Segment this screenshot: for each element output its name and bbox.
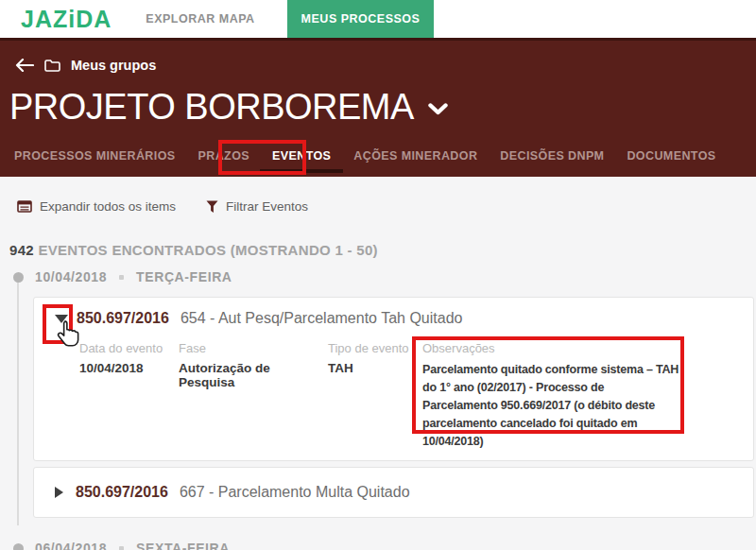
expand-all-button[interactable]: Expandir todos os items bbox=[17, 199, 176, 214]
field-value: Autorização de Pesquisa bbox=[179, 361, 328, 389]
group-weekday: SEXTA-FEIRA bbox=[136, 541, 230, 550]
field-label: Observações bbox=[422, 341, 687, 356]
nav-explorar-mapa[interactable]: EXPLORAR MAPA bbox=[146, 12, 254, 26]
field-value: Parcelamento quitado conforme sistema – … bbox=[422, 361, 679, 451]
tab-decisoes-dnpm[interactable]: DECISÕES DNPM bbox=[500, 149, 604, 163]
date-separator-dot bbox=[119, 546, 124, 550]
field-value: TAH bbox=[328, 361, 422, 375]
field-tipo-de-evento: Tipo de evento TAH bbox=[328, 341, 422, 451]
results-count: 942 EVENTOS ENCONTRADOS (MOSTRANDO 1 - 5… bbox=[9, 242, 756, 258]
folder-icon bbox=[44, 60, 60, 72]
field-label: Tipo de evento bbox=[328, 341, 422, 356]
process-number[interactable]: 850.697/2016 bbox=[77, 310, 169, 327]
nav-meus-processos[interactable]: MEUS PROCESSOS bbox=[287, 0, 435, 38]
field-observacoes: Observações Parcelamento quitado conform… bbox=[422, 341, 687, 451]
filter-funnel-icon bbox=[206, 200, 218, 214]
expand-triangle-icon[interactable] bbox=[55, 487, 63, 498]
event-card-expanded: 850.697/2016 654 - Aut Pesq/Parcelamento… bbox=[33, 297, 754, 461]
timeline-dot bbox=[13, 272, 24, 283]
process-number[interactable]: 850.697/2016 bbox=[76, 484, 168, 501]
expand-all-icon bbox=[17, 200, 32, 213]
expand-all-label: Expandir todos os items bbox=[40, 199, 176, 214]
page-title: PROJETO BORBOREMA bbox=[9, 87, 414, 127]
field-data-do-evento: Data do evento 10/04/2018 bbox=[79, 341, 179, 451]
event-title: 667 - Parcelamento Multa Quitado bbox=[180, 484, 410, 501]
breadcrumb[interactable]: Meus grupos bbox=[15, 57, 756, 74]
timeline-line bbox=[17, 282, 19, 525]
breadcrumb-label[interactable]: Meus grupos bbox=[71, 58, 156, 73]
tab-processos-minerarios[interactable]: PROCESSOS MINERÁRIOS bbox=[14, 149, 176, 163]
collapse-triangle-icon[interactable] bbox=[55, 315, 68, 323]
filter-events-label: Filtrar Eventos bbox=[226, 199, 308, 214]
field-label: Data do evento bbox=[79, 341, 179, 356]
project-header: Meus grupos PROJETO BORBOREMA PROCESSOS … bbox=[0, 41, 756, 177]
date-group-header: 10/04/2018 TERÇA-FEIRA bbox=[13, 270, 756, 284]
events-timeline: 10/04/2018 TERÇA-FEIRA 850.697/2016 654 … bbox=[0, 270, 756, 550]
event-card-collapsed[interactable]: 850.697/2016 667 - Parcelamento Multa Qu… bbox=[33, 467, 754, 518]
field-label: Fase bbox=[179, 341, 328, 356]
timeline-dot bbox=[13, 543, 24, 550]
results-count-number: 942 bbox=[9, 242, 34, 258]
field-value: 10/04/2018 bbox=[79, 361, 179, 375]
tab-eventos[interactable]: EVENTOS bbox=[272, 149, 331, 173]
date-separator-dot bbox=[119, 275, 124, 280]
tab-prazos[interactable]: PRAZOS bbox=[198, 149, 250, 163]
date-group-header: 06/04/2018 SEXTA-FEIRA bbox=[13, 541, 756, 550]
jazida-logo[interactable]: JAZiDA bbox=[21, 6, 112, 33]
group-date: 10/04/2018 bbox=[35, 269, 107, 284]
field-fase: Fase Autorização de Pesquisa bbox=[179, 341, 328, 451]
events-toolbar: Expandir todos os items Filtrar Eventos bbox=[0, 177, 756, 214]
back-arrow-icon[interactable] bbox=[15, 59, 34, 72]
event-title: 654 - Aut Pesq/Parcelamento Tah Quitado bbox=[180, 310, 463, 327]
group-date: 06/04/2018 bbox=[35, 541, 107, 550]
filter-events-button[interactable]: Filtrar Eventos bbox=[206, 199, 308, 214]
section-tabs: PROCESSOS MINERÁRIOS PRAZOS EVENTOS AÇÕE… bbox=[14, 149, 756, 173]
group-weekday: TERÇA-FEIRA bbox=[136, 269, 232, 284]
results-count-label: EVENTOS ENCONTRADOS (MOSTRANDO 1 - 50) bbox=[38, 242, 378, 258]
event-details: Data do evento 10/04/2018 Fase Autorizaç… bbox=[79, 341, 738, 451]
tab-documentos[interactable]: DOCUMENTOS bbox=[627, 149, 715, 163]
title-chevron-down-icon[interactable] bbox=[428, 102, 448, 119]
top-bar: JAZiDA EXPLORAR MAPA MEUS PROCESSOS bbox=[0, 0, 756, 41]
tab-acoes-minerador[interactable]: AÇÕES MINERADOR bbox=[353, 149, 477, 163]
event-header[interactable]: 850.697/2016 654 - Aut Pesq/Parcelamento… bbox=[55, 309, 738, 328]
